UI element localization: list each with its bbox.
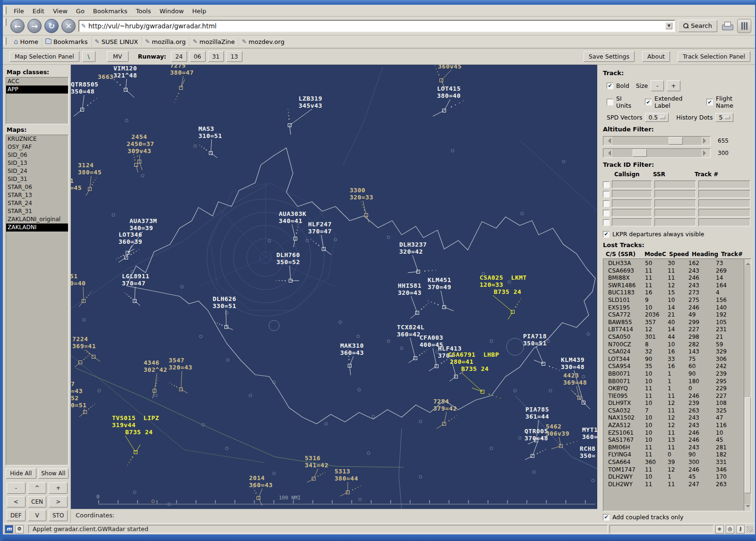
track-label-dlh626[interactable]: DLH626330=51 [213, 295, 236, 309]
track-label-mas3[interactable]: MAS3310=51 [198, 125, 222, 139]
applet-icon[interactable]: ⚙ [15, 525, 24, 533]
callsign-field[interactable] [612, 190, 652, 198]
lost-tracks-list[interactable]: DLH33A503016273CSA66931111243269BMI88X11… [603, 258, 751, 511]
filter-row-checkbox[interactable] [603, 219, 610, 226]
bold-checkbox[interactable]: ✔ [607, 83, 613, 89]
lost-track-row[interactable]: AZA5121012243116 [608, 422, 744, 429]
back-button[interactable]: ← [10, 19, 25, 33]
size-plus-button[interactable]: + [667, 80, 680, 91]
callsign-field[interactable] [612, 180, 652, 189]
url-bar[interactable]: ✎ http://vul/~hruby/gwradar/gwradar.html… [78, 20, 675, 32]
toolbar-handle[interactable] [4, 18, 7, 26]
slider-left-arrow-icon[interactable] [603, 149, 612, 157]
map-item-star_06[interactable]: STAR_06 [6, 183, 68, 191]
altitude-lower-slider[interactable] [603, 148, 711, 158]
map-nav-V-button[interactable]: V [28, 510, 47, 521]
lost-track-row[interactable]: BMI88X111124614 [608, 275, 744, 282]
filter-row-checkbox[interactable] [603, 200, 610, 207]
map-item-star_31[interactable]: STAR_31 [6, 207, 68, 215]
radar-map[interactable]: 0 100 NMI 3663QTR8505350=48VIM120321^487… [71, 65, 597, 509]
track-label-mak310[interactable]: MAK310360=43 [340, 342, 364, 356]
map-item-star_13[interactable]: STAR_13 [6, 191, 68, 199]
track-label-1[interactable]: 1=45 [71, 177, 82, 191]
ssr-field[interactable] [654, 199, 696, 207]
ssr-field[interactable] [654, 218, 696, 226]
scrollbar-thumb[interactable] [745, 397, 751, 493]
resize-grip[interactable] [747, 526, 753, 532]
stop-button[interactable]: ✕ [61, 19, 76, 33]
scroll-down-icon[interactable] [745, 504, 751, 510]
track-label-lgl8911[interactable]: LGL8911370=47 [122, 273, 149, 287]
map-item-sid_13[interactable]: SID_13 [6, 159, 68, 167]
track-label-51[interactable]: 510=40 [71, 273, 86, 287]
ssr-field[interactable] [654, 180, 696, 189]
lost-track-row[interactable]: CSA66436039300331 [608, 459, 744, 466]
lost-track-row[interactable]: SWR14861112243164 [608, 282, 744, 290]
track-label-lot346[interactable]: LOT346360=39 [119, 231, 142, 245]
track-label-7254[interactable]: 7254379=42 [433, 398, 457, 412]
track-label-7275[interactable]: 7275380=47 [170, 65, 194, 76]
track-label-csa025[interactable]: CSA025 LKMT120=33B735 24 [480, 274, 527, 295]
print-icon[interactable] [720, 20, 734, 32]
lost-track-row[interactable]: CSA0503014429821 [608, 334, 744, 341]
slider-left-arrow-icon[interactable] [603, 137, 612, 145]
track-label-hlf247[interactable]: HLF247370=47 [308, 221, 332, 235]
track-label-aua303k[interactable]: AUA303K340=41 [279, 210, 306, 224]
lost-track-row[interactable]: CSA0243216143329 [608, 348, 744, 356]
track-label-qtr005[interactable]: QTR005370=48 [524, 428, 548, 442]
show-all-button[interactable]: Show All [38, 468, 69, 479]
bookmark-mozillazine[interactable]: ✎mozillaZine [189, 37, 239, 46]
menu-tools[interactable]: Tools [131, 7, 155, 16]
track-label-2454[interactable]: 24542450=37309v43 [127, 133, 154, 155]
track-label-klm451[interactable]: KLM451370=49 [428, 276, 451, 291]
track-label-3663[interactable]: 3663 [98, 73, 113, 80]
track-label-aua373m[interactable]: AUA373M340=39 [129, 217, 157, 232]
lost-track-row[interactable]: TIE0951111246227 [608, 393, 744, 400]
map-nav-CEN-button[interactable]: CEN [28, 496, 47, 507]
lost-track-row[interactable]: FLYING411090182 [608, 451, 744, 459]
slider-right-arrow-icon[interactable] [701, 137, 710, 145]
menu-file[interactable]: File [9, 7, 28, 16]
url-text[interactable]: http://vul/~hruby/gwradar/gwradar.html [88, 22, 663, 30]
runway-31-button[interactable]: 31 [208, 51, 224, 62]
flight-name-checkbox[interactable]: ✔ [706, 99, 713, 105]
map-item-osy_faf[interactable]: OSY_FAF [6, 143, 68, 151]
ssr-field[interactable] [654, 190, 696, 198]
lost-track-row[interactable]: BB007110190239 [608, 370, 744, 378]
track-label-lzb319[interactable]: LZB319345v43 [299, 95, 322, 109]
save-settings-button[interactable]: Save Settings [584, 51, 635, 62]
lost-track-row[interactable]: LBT74141214227231 [608, 326, 744, 334]
lost-tracks-scrollbar[interactable] [744, 259, 751, 511]
menu-edit[interactable]: Edit [28, 7, 49, 16]
backslash-button[interactable]: \ [82, 51, 95, 62]
hide-all-button[interactable]: Hide All [6, 468, 36, 479]
map-selection-panel-button[interactable]: Map Selection Panel [9, 51, 79, 62]
url-dropdown-icon[interactable]: ▼ [665, 22, 672, 29]
track-label-pia785[interactable]: PIA785361=44 [525, 406, 549, 420]
toolbar-handle[interactable] [4, 7, 7, 14]
lost-track-row[interactable]: TOM17471112246346 [608, 466, 744, 474]
lost-track-row[interactable]: OKBYQ1110229 [608, 385, 744, 393]
lost-track-row[interactable]: N700CZ81028259 [608, 341, 744, 349]
extended-label-checkbox[interactable]: ✔ [645, 99, 652, 105]
menu-view[interactable]: View [49, 7, 72, 16]
callsign-field[interactable] [612, 218, 652, 226]
filter-row-checkbox[interactable] [603, 210, 610, 216]
bookmark-suse-linux[interactable]: ✎SUSE LINUX [92, 37, 142, 46]
track-label-2014[interactable]: 2014360=43 [249, 474, 273, 489]
map-class-item-acc[interactable]: ACC [6, 77, 68, 86]
map-nav-sym-button[interactable]: + [49, 482, 68, 494]
track-selection-panel-button[interactable]: Track Selection Panel [678, 51, 750, 62]
filter-row-checkbox[interactable] [603, 181, 610, 188]
reload-button[interactable]: ↻ [44, 19, 59, 33]
altitude-upper-slider[interactable] [603, 136, 711, 146]
track-number-field[interactable] [698, 199, 750, 207]
bookmark-mozdev-org[interactable]: ✎mozdev.org [239, 37, 288, 46]
runway-06-button[interactable]: 06 [189, 51, 206, 62]
menu-go[interactable]: Go [72, 7, 89, 16]
lost-track-row[interactable]: CSA77220362149192 [608, 311, 744, 319]
map-item-sid_24[interactable]: SID_24 [6, 167, 68, 175]
map-class-item-app[interactable]: APP [6, 86, 68, 94]
track-label-3547[interactable]: 3547320=43 [169, 357, 192, 371]
window-titlebar[interactable] [3, 0, 755, 5]
